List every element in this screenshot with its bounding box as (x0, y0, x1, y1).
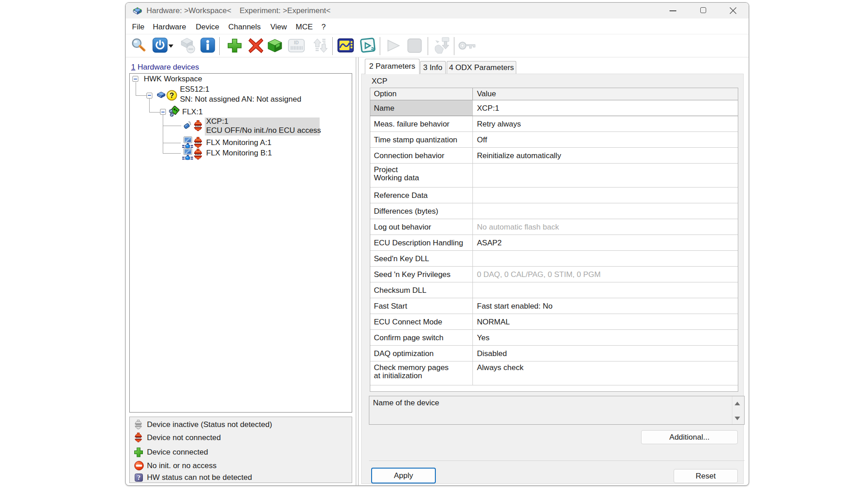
svg-text:?: ? (170, 91, 174, 99)
svg-text:?: ? (137, 474, 141, 481)
svg-text:ID: ID (294, 40, 299, 45)
